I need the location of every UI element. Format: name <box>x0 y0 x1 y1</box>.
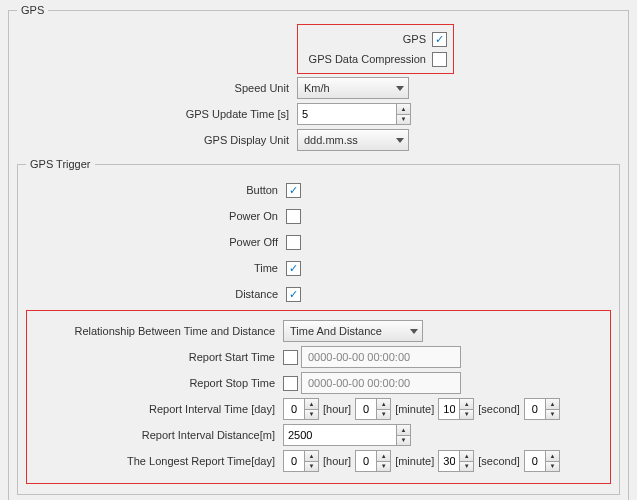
trigger-distance-checkbox[interactable]: ✓ <box>286 287 301 302</box>
gps-trigger-legend: GPS Trigger <box>26 158 95 170</box>
gps-display-unit-label: GPS Display Unit <box>17 134 297 146</box>
gps-display-unit-select[interactable]: ddd.mm.ss <box>297 129 409 151</box>
interval-second-spinner[interactable]: ▲▼ <box>524 398 560 420</box>
longest-time-label: The Longest Report Time[day] <box>33 455 283 467</box>
longest-second-spinner[interactable]: ▲▼ <box>524 450 560 472</box>
gps-checkbox[interactable]: ✓ <box>432 32 447 47</box>
gps-update-time-input[interactable] <box>298 104 396 124</box>
stop-time-checkbox[interactable] <box>283 376 298 391</box>
svg-marker-2 <box>410 329 418 334</box>
longest-hour-spinner[interactable]: ▲▼ <box>355 450 391 472</box>
interval-minute-spinner[interactable]: ▲▼ <box>438 398 474 420</box>
gps-compression-label: GPS Data Compression <box>304 53 432 65</box>
trigger-distance-label: Distance <box>26 288 286 300</box>
interval-time-label: Report Interval Time [day] <box>33 403 283 415</box>
start-time-checkbox[interactable] <box>283 350 298 365</box>
longest-minute-spinner[interactable]: ▲▼ <box>438 450 474 472</box>
stop-time-label: Report Stop Time <box>33 377 283 389</box>
trigger-poweron-checkbox[interactable] <box>286 209 301 224</box>
trigger-poweron-label: Power On <box>26 210 286 222</box>
chevron-down-icon <box>396 138 404 143</box>
trigger-button-checkbox[interactable]: ✓ <box>286 183 301 198</box>
gps-compression-checkbox[interactable] <box>432 52 447 67</box>
interval-day-spinner[interactable]: ▲▼ <box>283 398 319 420</box>
rel-label: Relationship Between Time and Distance <box>33 325 283 337</box>
gps-update-time-spinner[interactable]: ▲▼ <box>297 103 411 125</box>
start-time-label: Report Start Time <box>33 351 283 363</box>
gps-enable-box: GPS ✓ GPS Data Compression <box>297 24 454 74</box>
gps-legend: GPS <box>17 4 48 16</box>
longest-day-spinner[interactable]: ▲▼ <box>283 450 319 472</box>
spinner-buttons[interactable]: ▲▼ <box>396 104 410 124</box>
stop-time-input[interactable] <box>301 372 461 394</box>
gps-group: GPS GPS ✓ GPS Data Compression Speed Uni… <box>8 4 629 500</box>
trigger-button-label: Button <box>26 184 286 196</box>
chevron-down-icon <box>396 86 404 91</box>
report-panel: Relationship Between Time and Distance T… <box>26 310 611 484</box>
rel-select[interactable]: Time And Distance <box>283 320 423 342</box>
interval-dist-input[interactable] <box>284 425 396 445</box>
trigger-poweroff-label: Power Off <box>26 236 286 248</box>
gps-trigger-group: GPS Trigger Button ✓ Power On Power Off … <box>17 158 620 495</box>
svg-marker-1 <box>396 138 404 143</box>
gps-update-time-label: GPS Update Time [s] <box>17 108 297 120</box>
trigger-time-label: Time <box>26 262 286 274</box>
interval-dist-label: Report Interval Distance[m] <box>33 429 283 441</box>
trigger-time-checkbox[interactable]: ✓ <box>286 261 301 276</box>
trigger-poweroff-checkbox[interactable] <box>286 235 301 250</box>
speed-unit-label: Speed Unit <box>17 82 297 94</box>
start-time-input[interactable] <box>301 346 461 368</box>
gps-label: GPS <box>304 33 432 45</box>
interval-dist-spinner[interactable]: ▲▼ <box>283 424 411 446</box>
svg-marker-0 <box>396 86 404 91</box>
chevron-down-icon <box>410 329 418 334</box>
interval-hour-spinner[interactable]: ▲▼ <box>355 398 391 420</box>
speed-unit-select[interactable]: Km/h <box>297 77 409 99</box>
